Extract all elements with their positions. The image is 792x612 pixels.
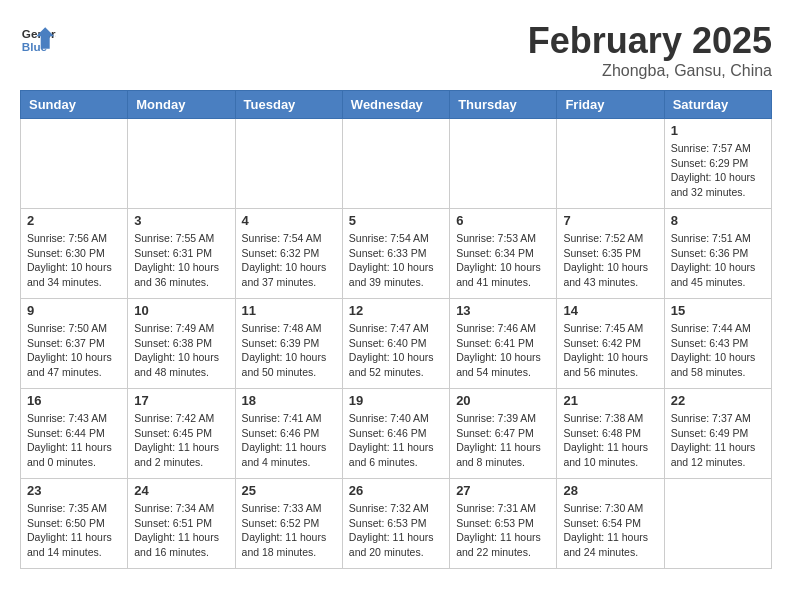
day-cell-25: 25Sunrise: 7:33 AM Sunset: 6:52 PM Dayli… <box>235 479 342 569</box>
week-row-3: 9Sunrise: 7:50 AM Sunset: 6:37 PM Daylig… <box>21 299 772 389</box>
day-cell-27: 27Sunrise: 7:31 AM Sunset: 6:53 PM Dayli… <box>450 479 557 569</box>
week-row-4: 16Sunrise: 7:43 AM Sunset: 6:44 PM Dayli… <box>21 389 772 479</box>
day-number: 16 <box>27 393 121 408</box>
day-cell-6: 6Sunrise: 7:53 AM Sunset: 6:34 PM Daylig… <box>450 209 557 299</box>
day-number: 6 <box>456 213 550 228</box>
col-header-saturday: Saturday <box>664 91 771 119</box>
day-number: 28 <box>563 483 657 498</box>
day-info: Sunrise: 7:52 AM Sunset: 6:35 PM Dayligh… <box>563 231 657 290</box>
calendar-header-row: SundayMondayTuesdayWednesdayThursdayFrid… <box>21 91 772 119</box>
day-info: Sunrise: 7:43 AM Sunset: 6:44 PM Dayligh… <box>27 411 121 470</box>
day-info: Sunrise: 7:41 AM Sunset: 6:46 PM Dayligh… <box>242 411 336 470</box>
day-number: 25 <box>242 483 336 498</box>
day-cell-14: 14Sunrise: 7:45 AM Sunset: 6:42 PM Dayli… <box>557 299 664 389</box>
day-cell-23: 23Sunrise: 7:35 AM Sunset: 6:50 PM Dayli… <box>21 479 128 569</box>
empty-cell <box>664 479 771 569</box>
day-number: 13 <box>456 303 550 318</box>
day-info: Sunrise: 7:51 AM Sunset: 6:36 PM Dayligh… <box>671 231 765 290</box>
col-header-monday: Monday <box>128 91 235 119</box>
empty-cell <box>235 119 342 209</box>
day-cell-8: 8Sunrise: 7:51 AM Sunset: 6:36 PM Daylig… <box>664 209 771 299</box>
col-header-thursday: Thursday <box>450 91 557 119</box>
day-info: Sunrise: 7:34 AM Sunset: 6:51 PM Dayligh… <box>134 501 228 560</box>
day-info: Sunrise: 7:35 AM Sunset: 6:50 PM Dayligh… <box>27 501 121 560</box>
day-info: Sunrise: 7:53 AM Sunset: 6:34 PM Dayligh… <box>456 231 550 290</box>
day-number: 5 <box>349 213 443 228</box>
logo: General Blue <box>20 20 56 56</box>
day-number: 27 <box>456 483 550 498</box>
col-header-friday: Friday <box>557 91 664 119</box>
empty-cell <box>342 119 449 209</box>
day-number: 12 <box>349 303 443 318</box>
day-number: 1 <box>671 123 765 138</box>
day-cell-20: 20Sunrise: 7:39 AM Sunset: 6:47 PM Dayli… <box>450 389 557 479</box>
day-info: Sunrise: 7:54 AM Sunset: 6:32 PM Dayligh… <box>242 231 336 290</box>
day-info: Sunrise: 7:31 AM Sunset: 6:53 PM Dayligh… <box>456 501 550 560</box>
day-number: 21 <box>563 393 657 408</box>
location-subtitle: Zhongba, Gansu, China <box>528 62 772 80</box>
day-number: 24 <box>134 483 228 498</box>
logo-icon: General Blue <box>20 20 56 56</box>
day-cell-3: 3Sunrise: 7:55 AM Sunset: 6:31 PM Daylig… <box>128 209 235 299</box>
day-number: 11 <box>242 303 336 318</box>
day-info: Sunrise: 7:42 AM Sunset: 6:45 PM Dayligh… <box>134 411 228 470</box>
day-number: 20 <box>456 393 550 408</box>
col-header-sunday: Sunday <box>21 91 128 119</box>
day-cell-7: 7Sunrise: 7:52 AM Sunset: 6:35 PM Daylig… <box>557 209 664 299</box>
day-info: Sunrise: 7:40 AM Sunset: 6:46 PM Dayligh… <box>349 411 443 470</box>
day-cell-1: 1Sunrise: 7:57 AM Sunset: 6:29 PM Daylig… <box>664 119 771 209</box>
col-header-tuesday: Tuesday <box>235 91 342 119</box>
day-number: 26 <box>349 483 443 498</box>
day-cell-9: 9Sunrise: 7:50 AM Sunset: 6:37 PM Daylig… <box>21 299 128 389</box>
day-number: 19 <box>349 393 443 408</box>
day-info: Sunrise: 7:48 AM Sunset: 6:39 PM Dayligh… <box>242 321 336 380</box>
day-info: Sunrise: 7:54 AM Sunset: 6:33 PM Dayligh… <box>349 231 443 290</box>
week-row-2: 2Sunrise: 7:56 AM Sunset: 6:30 PM Daylig… <box>21 209 772 299</box>
week-row-1: 1Sunrise: 7:57 AM Sunset: 6:29 PM Daylig… <box>21 119 772 209</box>
day-info: Sunrise: 7:44 AM Sunset: 6:43 PM Dayligh… <box>671 321 765 380</box>
day-info: Sunrise: 7:56 AM Sunset: 6:30 PM Dayligh… <box>27 231 121 290</box>
day-info: Sunrise: 7:49 AM Sunset: 6:38 PM Dayligh… <box>134 321 228 380</box>
day-cell-17: 17Sunrise: 7:42 AM Sunset: 6:45 PM Dayli… <box>128 389 235 479</box>
day-number: 7 <box>563 213 657 228</box>
day-cell-18: 18Sunrise: 7:41 AM Sunset: 6:46 PM Dayli… <box>235 389 342 479</box>
day-info: Sunrise: 7:37 AM Sunset: 6:49 PM Dayligh… <box>671 411 765 470</box>
day-info: Sunrise: 7:50 AM Sunset: 6:37 PM Dayligh… <box>27 321 121 380</box>
day-info: Sunrise: 7:39 AM Sunset: 6:47 PM Dayligh… <box>456 411 550 470</box>
day-number: 8 <box>671 213 765 228</box>
day-number: 3 <box>134 213 228 228</box>
day-number: 2 <box>27 213 121 228</box>
day-cell-2: 2Sunrise: 7:56 AM Sunset: 6:30 PM Daylig… <box>21 209 128 299</box>
day-number: 4 <box>242 213 336 228</box>
day-cell-11: 11Sunrise: 7:48 AM Sunset: 6:39 PM Dayli… <box>235 299 342 389</box>
day-number: 9 <box>27 303 121 318</box>
day-number: 17 <box>134 393 228 408</box>
day-cell-19: 19Sunrise: 7:40 AM Sunset: 6:46 PM Dayli… <box>342 389 449 479</box>
day-info: Sunrise: 7:32 AM Sunset: 6:53 PM Dayligh… <box>349 501 443 560</box>
day-info: Sunrise: 7:33 AM Sunset: 6:52 PM Dayligh… <box>242 501 336 560</box>
day-cell-16: 16Sunrise: 7:43 AM Sunset: 6:44 PM Dayli… <box>21 389 128 479</box>
day-cell-13: 13Sunrise: 7:46 AM Sunset: 6:41 PM Dayli… <box>450 299 557 389</box>
empty-cell <box>450 119 557 209</box>
empty-cell <box>557 119 664 209</box>
day-info: Sunrise: 7:47 AM Sunset: 6:40 PM Dayligh… <box>349 321 443 380</box>
header: General Blue February 2025 Zhongba, Gans… <box>20 20 772 80</box>
day-cell-5: 5Sunrise: 7:54 AM Sunset: 6:33 PM Daylig… <box>342 209 449 299</box>
day-cell-21: 21Sunrise: 7:38 AM Sunset: 6:48 PM Dayli… <box>557 389 664 479</box>
col-header-wednesday: Wednesday <box>342 91 449 119</box>
day-cell-4: 4Sunrise: 7:54 AM Sunset: 6:32 PM Daylig… <box>235 209 342 299</box>
day-info: Sunrise: 7:30 AM Sunset: 6:54 PM Dayligh… <box>563 501 657 560</box>
title-area: February 2025 Zhongba, Gansu, China <box>528 20 772 80</box>
day-info: Sunrise: 7:55 AM Sunset: 6:31 PM Dayligh… <box>134 231 228 290</box>
day-info: Sunrise: 7:45 AM Sunset: 6:42 PM Dayligh… <box>563 321 657 380</box>
day-number: 10 <box>134 303 228 318</box>
day-cell-10: 10Sunrise: 7:49 AM Sunset: 6:38 PM Dayli… <box>128 299 235 389</box>
calendar-table: SundayMondayTuesdayWednesdayThursdayFrid… <box>20 90 772 569</box>
day-number: 15 <box>671 303 765 318</box>
day-cell-28: 28Sunrise: 7:30 AM Sunset: 6:54 PM Dayli… <box>557 479 664 569</box>
day-cell-15: 15Sunrise: 7:44 AM Sunset: 6:43 PM Dayli… <box>664 299 771 389</box>
day-cell-24: 24Sunrise: 7:34 AM Sunset: 6:51 PM Dayli… <box>128 479 235 569</box>
day-number: 23 <box>27 483 121 498</box>
day-cell-26: 26Sunrise: 7:32 AM Sunset: 6:53 PM Dayli… <box>342 479 449 569</box>
day-number: 18 <box>242 393 336 408</box>
